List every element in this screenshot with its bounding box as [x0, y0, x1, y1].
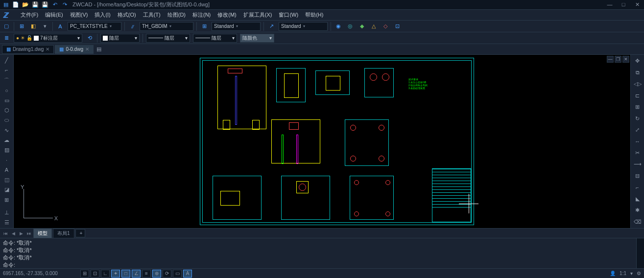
maximize-button[interactable]: □ — [619, 1, 628, 8]
hatch-icon[interactable]: ▨ — [2, 147, 11, 154]
lineweight-dropdown[interactable]: 随层 ▾ — [193, 34, 237, 43]
close-icon[interactable]: ✕ — [622, 56, 629, 63]
polyline-icon[interactable]: ⌐ — [2, 67, 11, 73]
layer-manager-icon[interactable]: ≣ — [2, 34, 11, 43]
coordinates-display[interactable]: 6957.165, -27.335, 0.000 — [3, 271, 76, 276]
table-icon[interactable]: ⊞ — [2, 196, 11, 203]
new-icon[interactable]: 📄 — [12, 1, 20, 9]
tool-icon[interactable]: ◉ — [334, 22, 343, 31]
break-icon[interactable]: ⊟ — [633, 172, 642, 180]
layer-dropdown[interactable]: ● ☀ 🔓 7标注层 ▾ — [14, 34, 82, 43]
app-logo[interactable]: ℤ — [3, 11, 17, 19]
mirror-icon[interactable]: ◁▷ — [633, 80, 642, 88]
tool-icon[interactable]: ◎ — [346, 22, 355, 31]
next-icon[interactable]: ▶ — [18, 230, 24, 237]
new-tab-icon[interactable]: ▤ — [95, 45, 103, 54]
first-icon[interactable]: ⏮ — [2, 230, 9, 237]
extend-icon[interactable]: ⟶ — [633, 160, 642, 168]
dimstyle-icon[interactable]: ⫽ — [128, 22, 137, 31]
prev-icon[interactable]: ◀ — [10, 230, 17, 237]
doc-tab-active[interactable]: ▦ 0-0.dwg ✕ — [55, 45, 94, 54]
stretch-icon[interactable]: ↔ — [633, 137, 642, 145]
rectangle-icon[interactable]: ▭ — [2, 97, 11, 104]
menu-window[interactable]: 窗口(W) — [276, 10, 301, 20]
menu-insert[interactable]: 插入(I) — [92, 10, 113, 20]
circle-icon[interactable]: ○ — [2, 87, 11, 94]
cloud-icon[interactable]: ☁ — [2, 137, 11, 143]
open-icon[interactable]: 📂 — [22, 1, 29, 9]
rotate-icon[interactable]: ↻ — [633, 114, 642, 122]
chevron-down-icon[interactable]: ▾ — [630, 271, 633, 276]
erase-icon[interactable]: ⌫ — [633, 218, 642, 226]
menu-format[interactable]: 格式(O) — [115, 10, 139, 20]
block-icon[interactable]: ◫ — [2, 176, 11, 183]
mleader-icon[interactable]: ↗ — [267, 22, 276, 31]
save-icon[interactable]: 💾 — [31, 1, 39, 9]
copy-icon[interactable]: ⧉ — [633, 68, 642, 76]
layout-tab-model[interactable]: 模型 — [33, 229, 52, 238]
region-icon[interactable]: ◪ — [2, 186, 11, 193]
command-scrollbar[interactable] — [636, 238, 644, 268]
plotstyle-dropdown[interactable]: 随颜色 ▾ — [240, 34, 274, 43]
menu-edit[interactable]: 编辑(E) — [42, 10, 66, 20]
box-icon[interactable]: ▢ — [2, 22, 11, 31]
menu-tools[interactable]: 工具(T) — [140, 10, 164, 20]
chevron-down-icon[interactable]: ▾ — [41, 22, 49, 31]
layout-tab-layout1[interactable]: 布局1 — [53, 229, 74, 238]
axis-icon[interactable]: ⊥ — [2, 209, 11, 216]
dyn-toggle[interactable]: ⊕ — [152, 270, 161, 278]
ellipse-icon[interactable]: ⬭ — [2, 117, 11, 124]
move-icon[interactable]: ✥ — [633, 57, 642, 65]
save-as-icon[interactable]: 💾 — [41, 1, 49, 9]
add-layout-button[interactable]: + — [75, 229, 85, 237]
lwt-toggle[interactable]: ≡ — [142, 270, 151, 278]
last-icon[interactable]: ⏭ — [25, 230, 32, 237]
tool-icon[interactable]: △ — [369, 22, 378, 31]
list-icon[interactable]: ☰ — [2, 219, 11, 226]
tool-icon[interactable]: ⊡ — [393, 22, 402, 31]
menu-draw[interactable]: 绘图(D) — [165, 10, 189, 20]
grid-toggle[interactable]: ⊞ — [80, 270, 89, 278]
command-history[interactable]: 命令: *取消* 命令: *取消* 命令: *取消* 命令: — [0, 238, 636, 268]
text-icon[interactable]: A — [2, 166, 11, 173]
person-icon[interactable]: 👤 — [610, 271, 616, 276]
minimize-icon[interactable]: — — [607, 56, 614, 63]
close-button[interactable]: ✕ — [632, 1, 642, 8]
line-icon[interactable]: ╱ — [2, 57, 11, 64]
grid-icon[interactable]: ⊞ — [17, 22, 26, 31]
redo-icon[interactable]: ↷ — [61, 1, 69, 9]
zoom-ratio[interactable]: 1:1 — [620, 271, 626, 276]
trim-icon[interactable]: ✂ — [633, 149, 642, 157]
linetype-dropdown[interactable]: 随层 ▾ — [146, 34, 190, 43]
menu-dim[interactable]: 标注(N) — [190, 10, 214, 20]
doc-tab[interactable]: ▦ Drawing1.dwg ✕ — [2, 45, 54, 54]
tool-icon[interactable]: ◆ — [358, 22, 366, 31]
gear-icon[interactable]: ⚙ — [637, 271, 641, 276]
tool-icon[interactable]: ◇ — [381, 22, 390, 31]
menu-help[interactable]: 帮助(H) — [302, 10, 326, 20]
osnap-toggle[interactable]: □ — [121, 270, 130, 278]
model-toggle[interactable]: ▭ — [173, 270, 182, 278]
ortho-toggle[interactable]: ∟ — [101, 270, 110, 278]
color-dropdown[interactable]: 随层 ▾ — [100, 34, 140, 43]
fillet-icon[interactable]: ⌐ — [633, 183, 642, 191]
tablestyle-dropdown[interactable]: Standard ▾ — [212, 22, 261, 31]
cycle-toggle[interactable]: ⟳ — [163, 270, 171, 278]
snap-toggle[interactable]: ⊡ — [91, 270, 99, 278]
layer-prev-icon[interactable]: ⟲ — [85, 34, 94, 43]
textstyle-dropdown[interactable]: PC_TEXTSTYLE ▾ — [68, 22, 121, 31]
polar-toggle[interactable]: ✦ — [111, 270, 120, 278]
textstyle-icon[interactable]: A — [56, 22, 65, 31]
app-menu-icon[interactable]: ▤ — [2, 1, 10, 9]
command-prompt[interactable]: 命令: — [3, 261, 633, 268]
restore-icon[interactable]: ❐ — [615, 56, 621, 63]
spline-icon[interactable]: ∿ — [2, 127, 11, 134]
point-icon[interactable]: · — [2, 157, 11, 163]
menu-view[interactable]: 视图(V) — [67, 10, 91, 20]
offset-icon[interactable]: ⊏ — [633, 91, 642, 99]
menu-extend[interactable]: 扩展工具(X) — [240, 10, 275, 20]
scale-icon[interactable]: ⤢ — [633, 126, 642, 134]
minimize-button[interactable]: — — [605, 1, 615, 8]
chamfer-icon[interactable]: ◣ — [633, 195, 642, 203]
color-swatch[interactable]: ◧ — [29, 22, 38, 31]
